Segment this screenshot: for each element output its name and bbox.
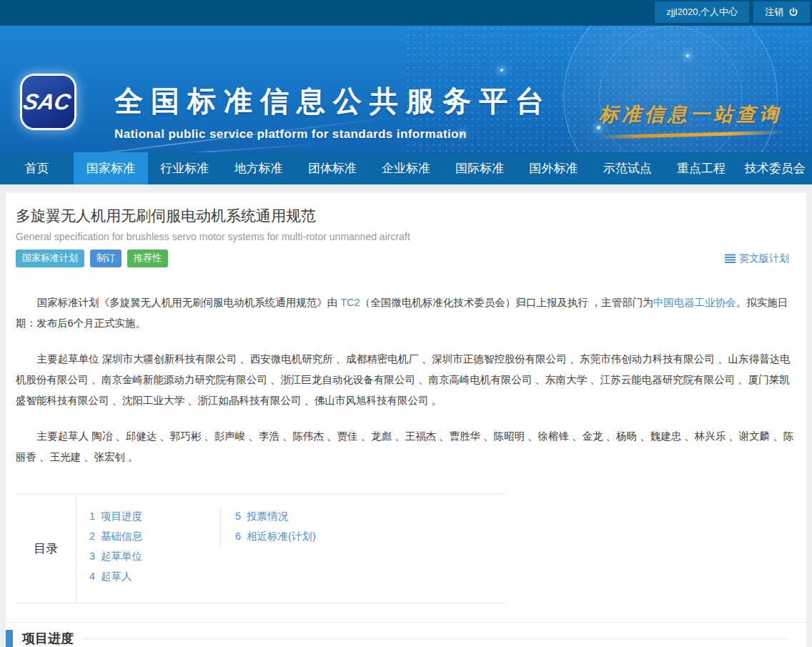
sac-logo-text: SAC xyxy=(21,89,76,115)
slogan-block: 标准信息一站查询 xyxy=(599,102,782,137)
badge-formulate: 制订 xyxy=(90,250,122,267)
header-rule xyxy=(84,638,789,639)
user-center-button[interactable]: zjjl2020,个人中心 xyxy=(655,1,749,23)
toc-item-progress: 1项目进度 xyxy=(89,506,220,526)
content-card: 多旋翼无人机用无刷伺服电动机系统通用规范 General specificati… xyxy=(6,193,806,647)
english-version-link[interactable]: 英文版计划 xyxy=(725,252,789,265)
glow-dot xyxy=(686,54,689,57)
toc-item-drafters: 4起草人 xyxy=(89,566,220,586)
toc-link-similar-standards[interactable]: 6相近标准(计划) xyxy=(235,530,316,542)
standard-title: 多旋翼无人机用无刷伺服电动机系统通用规范 xyxy=(16,206,796,226)
site-title-cn: 全国标准信息公共服务平台 xyxy=(114,82,552,121)
progress-section-header: 项目进度 xyxy=(6,630,789,647)
site-title-block: 全国标准信息公共服务平台 National public service pla… xyxy=(114,82,552,142)
badge-row: 国家标准计划 制订 推荐性 英文版计划 xyxy=(16,250,796,267)
toc-link-drafters[interactable]: 4起草人 xyxy=(89,571,132,582)
list-icon xyxy=(725,254,736,263)
toc-item-drafting-units: 3起草单位 xyxy=(89,546,220,566)
main-nav: 首页 国家标准 行业标准 地方标准 团体标准 企业标准 国际标准 国外标准 示范… xyxy=(0,152,812,184)
badge-recommended: 推荐性 xyxy=(127,250,168,267)
authority-link[interactable]: 中国电器工业协会 xyxy=(653,297,736,308)
topbar: zjjl2020,个人中心 注销 xyxy=(0,0,812,26)
toc-link-drafting-units[interactable]: 3起草单位 xyxy=(89,550,142,562)
nav-item-international-standards[interactable]: 国际标准 xyxy=(443,152,517,184)
intro-text: （全国微电机标准化技术委员会）归口上报及执行 ，主管部门为 xyxy=(360,297,653,308)
badge-national-plan: 国家标准计划 xyxy=(16,250,84,267)
english-version-label: 英文版计划 xyxy=(739,252,789,265)
toc-label: 目录 xyxy=(16,494,76,603)
nav-item-foreign-standards[interactable]: 国外标准 xyxy=(517,152,590,184)
nav-item-home[interactable]: 首页 xyxy=(0,152,74,184)
toc-body: 1项目进度 2基础信息 3起草单位 4起草人 5投票情况 6相近标准(计划) xyxy=(76,494,316,603)
nav-item-demonstration-pilot[interactable]: 示范试点 xyxy=(590,152,664,184)
logout-label: 注销 xyxy=(765,6,783,19)
toc-column-2: 5投票情况 6相近标准(计划) xyxy=(220,506,316,546)
user-center-label: zjjl2020,个人中心 xyxy=(666,6,738,19)
nav-item-local-standards[interactable]: 地方标准 xyxy=(222,152,295,184)
nav-item-group-standards[interactable]: 团体标准 xyxy=(295,152,369,184)
section-divider xyxy=(6,622,806,623)
glow-dot xyxy=(500,69,503,71)
nav-item-enterprise-standards[interactable]: 企业标准 xyxy=(369,152,442,184)
power-icon xyxy=(788,7,798,17)
tc-link[interactable]: TC2 xyxy=(340,297,360,308)
table-of-contents: 目录 1项目进度 2基础信息 3起草单位 4起草人 5投票情况 6相近标准(计划… xyxy=(16,493,505,603)
intro-paragraph: 国家标准计划《多旋翼无人机用无刷伺服电动机系统通用规范》由 TC2（全国微电机标… xyxy=(16,292,796,334)
toc-item-voting: 5投票情况 xyxy=(235,506,316,526)
site-banner: SAC 全国标准信息公共服务平台 National public service… xyxy=(0,26,812,152)
drafting-units-paragraph: 主要起草单位 深圳市大疆创新科技有限公司 、西安微电机研究所 、成都精密电机厂 … xyxy=(16,349,796,411)
section-marker xyxy=(6,630,13,647)
nav-item-industry-standards[interactable]: 行业标准 xyxy=(148,152,222,184)
standard-title-en: General specification for brushless serv… xyxy=(16,231,796,242)
progress-heading: 项目进度 xyxy=(22,630,74,647)
toc-item-similar-standards: 6相近标准(计划) xyxy=(235,526,316,546)
nav-item-technical-committees[interactable]: 技术委员会 xyxy=(738,152,812,184)
site-title-en: National public service platform for sta… xyxy=(114,127,552,142)
slogan-text: 标准信息一站查询 xyxy=(599,102,782,127)
sac-logo[interactable]: SAC xyxy=(22,76,74,128)
logout-button[interactable]: 注销 xyxy=(753,1,810,23)
toc-column-1: 1项目进度 2基础信息 3起草单位 4起草人 xyxy=(76,506,220,586)
nav-item-key-projects[interactable]: 重点工程 xyxy=(664,152,738,184)
nav-item-national-standards[interactable]: 国家标准 xyxy=(74,152,147,184)
toc-link-basic-info[interactable]: 2基础信息 xyxy=(89,530,142,542)
toc-link-progress[interactable]: 1项目进度 xyxy=(89,510,142,522)
toc-item-basic-info: 2基础信息 xyxy=(89,526,220,546)
drafters-paragraph: 主要起草人 陶冶 、邱健达 、郭巧彬 、彭声峻 、李浩 、陈伟杰 、贾佳 、龙彪… xyxy=(16,426,796,468)
toc-link-voting[interactable]: 5投票情况 xyxy=(235,510,288,522)
intro-text: 国家标准计划《多旋翼无人机用无刷伺服电动机系统通用规范》由 xyxy=(37,297,341,308)
